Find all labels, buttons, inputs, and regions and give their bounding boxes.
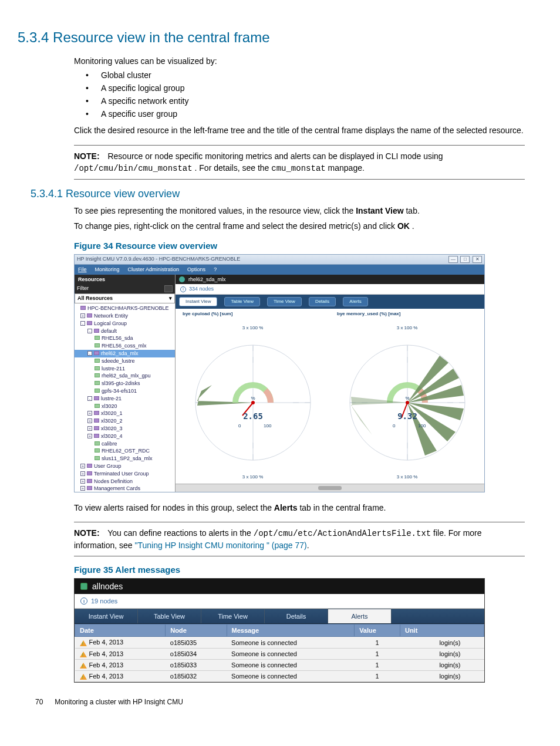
crumb-label: rhel62_sda_mlx <box>188 276 226 283</box>
folder-icon <box>95 373 100 377</box>
tree-item[interactable]: gpfs-34-efs101 <box>75 387 175 395</box>
expand-icon[interactable]: + <box>80 464 85 468</box>
expand-icon[interactable]: + <box>80 471 85 476</box>
tree-item[interactable]: sdeede_lustre <box>75 357 175 365</box>
menu-item[interactable]: File <box>78 266 87 273</box>
cell-date: Feb 4, 2013 <box>75 659 166 670</box>
table-row[interactable]: Feb 4, 2013o185i033Someone is connected1… <box>75 659 484 670</box>
tree-item[interactable]: RHEL56_sda <box>75 335 175 342</box>
p1-c: tab. <box>406 206 419 215</box>
expand-icon[interactable]: - <box>87 351 92 356</box>
p1: To see pies representing the monitored v… <box>74 205 525 217</box>
tab-alerts[interactable]: Alerts <box>343 297 367 306</box>
chart1-scale-top: 3 x 100 % <box>242 325 264 331</box>
tree-item[interactable]: -lustre-21 <box>75 395 175 403</box>
tab-instant-view[interactable]: Instant View <box>179 297 217 306</box>
expand-icon[interactable]: + <box>87 411 92 416</box>
col-value[interactable]: Value <box>355 625 400 637</box>
tree-item[interactable]: -default <box>75 328 175 335</box>
expand-icon[interactable]: - <box>87 396 92 401</box>
tab-time-view[interactable]: Time View <box>267 297 302 306</box>
tree-item[interactable]: +Network Entity <box>75 312 175 320</box>
folder-icon <box>94 351 99 355</box>
tab-alerts[interactable]: Alerts <box>328 609 392 623</box>
gauge-chart-2: % 9.32 0 100 <box>343 326 472 479</box>
tree-item[interactable]: +Terminated User Group <box>75 470 175 478</box>
tree-item[interactable]: xl3020 <box>75 403 175 410</box>
tree-item[interactable]: +xl3020_3 <box>75 425 175 433</box>
expand-icon[interactable]: + <box>87 426 92 431</box>
expand-icon[interactable]: - <box>87 329 92 333</box>
tree-item[interactable]: RHEL56_coss_mlx <box>75 342 175 350</box>
tree-label: gpfs-34-efs101 <box>102 388 137 394</box>
tree-item[interactable]: RHEL62_OST_RDC <box>75 447 175 455</box>
tab-table-view[interactable]: Table View <box>138 609 201 623</box>
tree-item[interactable]: +User Group <box>75 463 175 470</box>
tree-label: Terminated User Group <box>94 471 149 477</box>
expand-icon[interactable]: - <box>80 321 85 326</box>
menu-item[interactable]: ? <box>214 266 217 273</box>
tree-item[interactable]: -rhel62_sda_mlx <box>75 350 175 357</box>
tree-item[interactable]: +Nodes Definition <box>75 478 175 485</box>
table-row[interactable]: Feb 4, 2013o185i035Someone is connected1… <box>75 637 484 648</box>
chart1-title: bye cpuload (%) [sum] <box>183 311 232 317</box>
close-icon[interactable]: ✕ <box>473 256 482 263</box>
tree-item[interactable]: -Logical Group <box>75 320 175 328</box>
page-number: 70 <box>35 698 53 706</box>
filter-expand-icon[interactable] <box>164 285 173 292</box>
right-pane: rhel62_sda_mlx i 334 nodes Instant ViewT… <box>176 275 484 492</box>
tab-details[interactable]: Details <box>265 609 328 623</box>
cell-value: 1 <box>355 637 400 648</box>
note-text-after: manpage. <box>328 163 365 173</box>
table-row[interactable]: Feb 4, 2013o185i032Someone is connected1… <box>75 670 484 681</box>
menu-item[interactable]: Cluster Administration <box>128 266 180 273</box>
tab-table-view[interactable]: Table View <box>224 297 260 306</box>
tree-item[interactable]: rhel62_sda_mlx_gpu <box>75 372 175 380</box>
tree-item[interactable]: +xl3020_4 <box>75 433 175 440</box>
maximize-icon[interactable]: □ <box>460 256 470 263</box>
expand-icon[interactable]: + <box>80 486 85 491</box>
expand-icon[interactable]: + <box>87 434 92 438</box>
expand-icon[interactable]: + <box>80 313 85 318</box>
cell-node: o185i034 <box>166 648 227 659</box>
dropdown-icon[interactable]: ▾ <box>169 295 172 302</box>
col-unit[interactable]: Unit <box>400 625 484 637</box>
menu-item[interactable]: Monitoring <box>95 266 120 273</box>
resize-grip-icon[interactable] <box>318 486 342 490</box>
table-header-row: DateNodeMessageValueUnit <box>75 625 484 637</box>
tab-time-view[interactable]: Time View <box>201 609 265 623</box>
all-resources-row[interactable]: All Resources ▾ <box>75 293 175 303</box>
col-date[interactable]: Date <box>75 625 166 637</box>
tree-item[interactable]: +xl3020_1 <box>75 410 175 417</box>
minimize-icon[interactable]: — <box>448 256 458 263</box>
folder-icon <box>95 456 100 460</box>
section-534-heading: 5.3.4 Resource view in the central frame <box>18 29 525 46</box>
tree-item[interactable]: lustre-211 <box>75 365 175 373</box>
table-row[interactable]: Feb 4, 2013o185i034Someone is connected1… <box>75 648 484 659</box>
tree-item[interactable]: HPC-BENCHMARKS-GRENOBLE <box>75 305 175 312</box>
menu-item[interactable]: Options <box>187 266 205 273</box>
expand-icon[interactable]: + <box>80 479 85 484</box>
tree-label: User Group <box>94 463 122 469</box>
note2-t1: You can define reactions to alerts in th… <box>107 528 254 538</box>
col-message[interactable]: Message <box>227 625 355 637</box>
tree-item[interactable]: slus11_SP2_sda_mlx <box>75 455 175 463</box>
section-5341-title: Resource view overview <box>66 188 180 200</box>
tab-instant-view[interactable]: Instant View <box>75 609 138 623</box>
tree-item[interactable]: +xl3020_2 <box>75 417 175 425</box>
tab-details[interactable]: Details <box>309 297 336 306</box>
after-bullets: Click the desired resource in the left-f… <box>74 124 525 136</box>
status-bar <box>176 484 484 492</box>
f35-sub: i 19 nodes <box>75 594 484 609</box>
expand-icon[interactable]: + <box>87 418 92 423</box>
after-fig34-c: tab in the central frame. <box>299 503 386 512</box>
tree-label: RHEL56_sda <box>102 335 133 341</box>
col-node[interactable]: Node <box>166 625 227 637</box>
bullet-list: Global clusterA specific logical groupA … <box>86 70 525 119</box>
p2-b-ok: OK <box>397 221 410 231</box>
note-code-2: cmu_monstat <box>271 164 325 173</box>
tree-item[interactable]: calibre <box>75 440 175 448</box>
note2-link[interactable]: "Tuning HP Insight CMU monitoring " (pag… <box>135 541 307 550</box>
tree-item[interactable]: sl395-gto-2disks <box>75 380 175 387</box>
tree-item[interactable]: +Management Cards <box>75 485 175 491</box>
